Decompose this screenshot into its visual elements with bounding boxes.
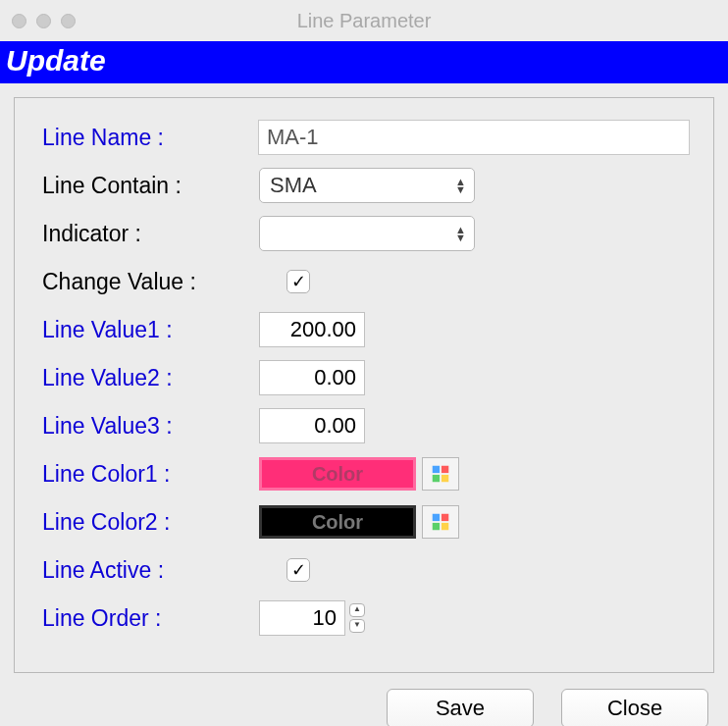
window-titlebar: Line Parameter bbox=[0, 0, 728, 41]
minimize-window-icon[interactable] bbox=[36, 14, 51, 28]
line-contain-select[interactable]: SMA ▲▼ bbox=[259, 168, 475, 203]
line-value3-label: Line Value3 : bbox=[38, 413, 259, 440]
dialog-buttons: Save Close bbox=[0, 687, 728, 726]
color-picker-icon bbox=[430, 511, 451, 533]
form-panel: Line Name : Line Contain : SMA ▲▼ Indica… bbox=[14, 97, 714, 673]
line-order-stepper: ▲ ▼ bbox=[349, 603, 365, 633]
line-value1-input[interactable] bbox=[259, 312, 365, 347]
line-contain-value: SMA bbox=[270, 173, 317, 198]
line-contain-label: Line Contain : bbox=[38, 173, 259, 199]
line-value2-input[interactable] bbox=[259, 360, 365, 395]
line-color1-picker-button[interactable] bbox=[422, 457, 459, 491]
stepper-up-button[interactable]: ▲ bbox=[349, 603, 365, 617]
change-value-checkbox[interactable]: ✓ bbox=[286, 270, 310, 293]
window-controls bbox=[12, 14, 76, 28]
chevron-updown-icon: ▲▼ bbox=[455, 226, 466, 241]
svg-rect-7 bbox=[442, 523, 448, 530]
line-active-checkbox[interactable]: ✓ bbox=[286, 558, 310, 582]
line-color2-picker-button[interactable] bbox=[422, 505, 459, 539]
svg-rect-2 bbox=[433, 475, 440, 482]
zoom-window-icon[interactable] bbox=[61, 14, 76, 28]
line-active-label: Line Active : bbox=[38, 557, 259, 584]
svg-rect-1 bbox=[442, 466, 448, 473]
line-color2-label: Line Color2 : bbox=[38, 509, 259, 536]
svg-rect-3 bbox=[442, 475, 448, 482]
line-value1-label: Line Value1 : bbox=[38, 317, 259, 343]
window-title: Line Parameter bbox=[0, 10, 728, 32]
svg-rect-0 bbox=[433, 466, 440, 473]
line-value3-input[interactable] bbox=[259, 408, 365, 443]
close-window-icon[interactable] bbox=[12, 14, 26, 28]
svg-rect-4 bbox=[433, 514, 440, 521]
section-header: Update bbox=[0, 41, 728, 83]
indicator-label: Indicator : bbox=[38, 221, 259, 247]
indicator-select[interactable]: ▲▼ bbox=[259, 216, 475, 251]
line-name-label: Line Name : bbox=[38, 125, 258, 151]
line-order-label: Line Order : bbox=[38, 605, 259, 632]
line-order-input[interactable] bbox=[259, 600, 345, 636]
svg-rect-6 bbox=[433, 523, 440, 530]
line-color1-label: Line Color1 : bbox=[38, 461, 259, 488]
chevron-updown-icon: ▲▼ bbox=[455, 178, 466, 193]
close-button[interactable]: Close bbox=[561, 689, 708, 726]
change-value-label: Change Value : bbox=[38, 269, 259, 295]
line-color1-button[interactable]: Color bbox=[259, 457, 416, 491]
stepper-down-button[interactable]: ▼ bbox=[349, 619, 365, 633]
svg-rect-5 bbox=[442, 514, 448, 521]
save-button[interactable]: Save bbox=[387, 689, 534, 726]
color-picker-icon bbox=[430, 463, 451, 485]
line-value2-label: Line Value2 : bbox=[38, 365, 259, 391]
line-color2-button[interactable]: Color bbox=[259, 505, 416, 539]
line-name-input[interactable] bbox=[258, 120, 690, 155]
